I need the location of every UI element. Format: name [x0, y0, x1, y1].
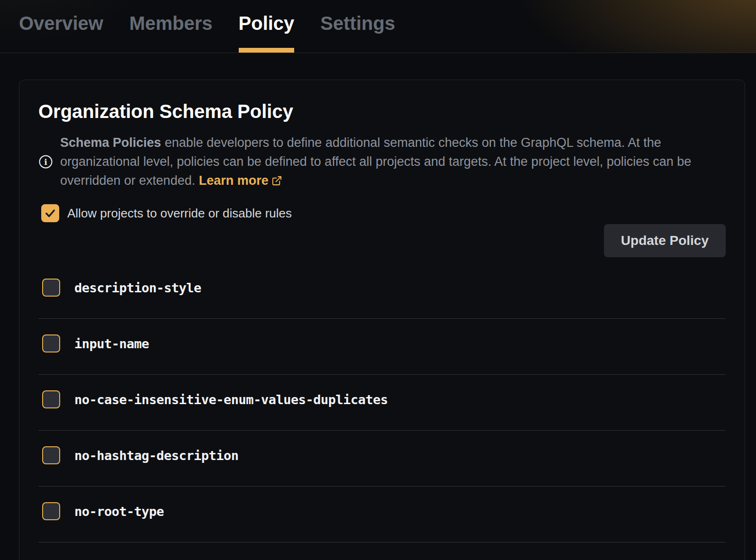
policy-description: i Schema Policies enable developers to d… — [38, 133, 726, 190]
tab-members[interactable]: Members — [129, 0, 213, 53]
rule-name: description-style — [74, 280, 201, 295]
allow-override-label: Allow projects to override or disable ru… — [67, 206, 292, 221]
rule-row: description-style — [38, 263, 726, 319]
active-tab-underline — [239, 48, 295, 53]
tab-settings[interactable]: Settings — [320, 0, 395, 53]
rule-checkbox[interactable] — [42, 390, 60, 408]
rule-row: no-hashtag-description — [38, 431, 726, 487]
rule-checkbox[interactable] — [42, 279, 60, 297]
info-circle-icon: i — [38, 154, 53, 169]
rule-row: no-root-type — [38, 487, 726, 542]
tab-label: Settings — [320, 13, 395, 34]
rule-name: input-name — [74, 336, 149, 351]
rule-name: no-case-insensitive-enum-values-duplicat… — [74, 392, 388, 407]
description-lead: Schema Policies — [60, 135, 161, 150]
external-link-icon — [271, 175, 282, 186]
rule-checkbox[interactable] — [42, 446, 60, 464]
tab-label: Members — [129, 13, 213, 34]
allow-override-checkbox[interactable] — [41, 204, 59, 222]
header: Overview Members Policy Settings — [0, 0, 756, 53]
rule-name: no-root-type — [74, 504, 164, 519]
rule-row: no-case-insensitive-enum-values-duplicat… — [38, 375, 726, 431]
rule-name: no-hashtag-description — [74, 448, 239, 463]
svg-text:i: i — [44, 157, 47, 166]
learn-more-link[interactable]: Learn more — [199, 173, 282, 188]
tab-bar: Overview Members Policy Settings — [0, 0, 756, 53]
tab-policy[interactable]: Policy — [239, 0, 295, 53]
policy-card: Organization Schema Policy i Schema Poli… — [19, 80, 745, 560]
rule-checkbox[interactable] — [42, 334, 60, 352]
rule-checkbox[interactable] — [42, 502, 60, 520]
tab-overview[interactable]: Overview — [19, 0, 103, 53]
checkmark-icon — [44, 207, 57, 220]
page-title: Organization Schema Policy — [38, 100, 726, 123]
tab-label: Overview — [19, 13, 103, 34]
rule-row: input-name — [38, 319, 726, 375]
allow-override-row: Allow projects to override or disable ru… — [41, 204, 726, 222]
rules-list: description-style input-name no-case-ins… — [38, 263, 726, 542]
update-policy-button[interactable]: Update Policy — [604, 224, 726, 257]
tab-label: Policy — [239, 13, 295, 34]
